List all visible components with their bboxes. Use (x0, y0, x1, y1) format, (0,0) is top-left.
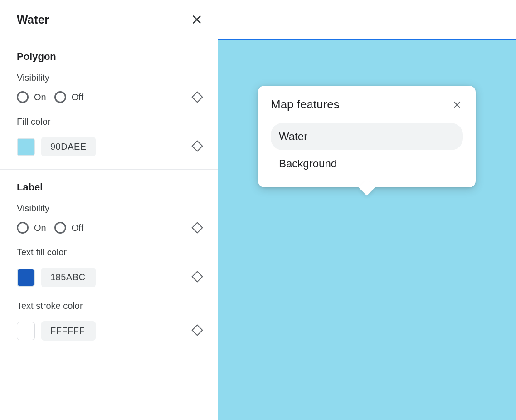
map-features-popover: Map features Water Background (258, 86, 476, 187)
text-fill-color-swatch[interactable] (17, 269, 35, 287)
map-preview: Map features Water Background (218, 0, 516, 420)
section-heading-polygon: Polygon (17, 51, 201, 63)
reset-polygon-visibility-icon[interactable] (191, 91, 203, 103)
text-fill-color-label: Text fill color (17, 247, 201, 258)
reset-text-fill-color-icon[interactable] (191, 271, 203, 282)
field-polygon-fill-color: Fill color 90DAEE (17, 117, 201, 156)
popover-close-icon[interactable] (451, 99, 463, 111)
popover-item-water[interactable]: Water (271, 123, 463, 150)
text-fill-color-hex-input[interactable]: 185ABC (41, 268, 96, 287)
text-stroke-color-hex-input[interactable]: FFFFFF (41, 321, 96, 341)
radio-label-visibility-off[interactable]: Off (54, 222, 83, 234)
field-label-visibility: Visibility On Off (17, 203, 201, 234)
radio-label-visibility-on[interactable]: On (17, 222, 46, 234)
field-text-fill-color: Text fill color 185ABC (17, 247, 201, 287)
fill-color-swatch[interactable] (17, 138, 35, 156)
visibility-label: Visibility (17, 73, 201, 83)
reset-text-stroke-color-icon[interactable] (191, 324, 203, 336)
section-polygon: Polygon Visibility On Off (0, 39, 218, 170)
text-stroke-color-swatch[interactable] (17, 322, 35, 340)
section-heading-label: Label (17, 181, 201, 193)
popover-divider (271, 118, 463, 118)
fill-color-hex-input[interactable]: 90DAEE (41, 137, 96, 156)
text-stroke-color-label: Text stroke color (17, 301, 201, 311)
preview-map-canvas[interactable]: Map features Water Background (218, 40, 516, 420)
radio-polygon-visibility-off[interactable]: Off (54, 91, 83, 103)
popover-title: Map features (271, 98, 340, 112)
fill-color-label: Fill color (17, 117, 201, 127)
popover-item-background[interactable]: Background (271, 150, 463, 177)
panel-title: Water (17, 13, 49, 27)
reset-label-visibility-icon[interactable] (191, 222, 203, 233)
reset-fill-color-icon[interactable] (191, 140, 203, 151)
field-polygon-visibility: Visibility On Off (17, 73, 201, 103)
label-visibility-label: Visibility (17, 203, 201, 214)
panel-header: Water (0, 0, 218, 39)
style-panel: Water Polygon Visibility On (0, 0, 218, 420)
close-icon[interactable] (190, 12, 204, 27)
field-text-stroke-color: Text stroke color FFFFFF (17, 301, 201, 341)
radio-polygon-visibility-on[interactable]: On (17, 91, 46, 103)
section-label: Label Visibility On Off (0, 170, 218, 353)
preview-topbar (218, 0, 516, 40)
